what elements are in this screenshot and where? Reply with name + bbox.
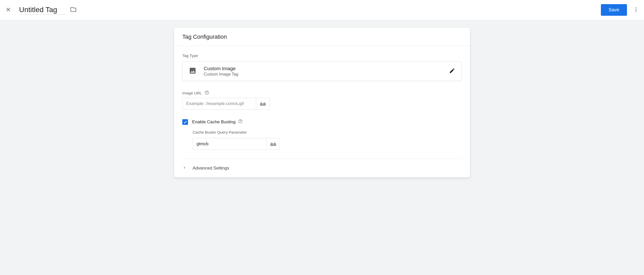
- image-url-label-row: Image URL: [182, 90, 462, 96]
- svg-point-0: [635, 7, 637, 8]
- card-title: Tag Configuration: [174, 28, 470, 46]
- svg-point-1: [635, 9, 637, 10]
- cache-busting-label: Enable Cache Busting: [192, 119, 235, 125]
- svg-rect-13: [271, 142, 272, 143]
- cache-param-input-row: [193, 138, 462, 150]
- svg-rect-16: [273, 144, 273, 144]
- svg-point-4: [207, 93, 207, 94]
- image-url-input[interactable]: [182, 98, 256, 110]
- tag-type-name: Custom Image: [204, 66, 238, 71]
- svg-rect-7: [264, 102, 265, 103]
- title-wrap: [19, 5, 76, 15]
- close-icon[interactable]: [5, 6, 11, 14]
- cache-busting-checkbox[interactable]: [182, 119, 188, 125]
- cache-param-block: Cache Buster Query Parameter: [193, 130, 462, 150]
- tag-type-selector[interactable]: Custom Image Custom Image Tag: [182, 61, 462, 81]
- more-menu-icon[interactable]: [633, 7, 639, 13]
- image-url-input-row: [182, 98, 462, 110]
- advanced-settings-toggle[interactable]: Advanced Settings: [174, 159, 470, 177]
- help-icon[interactable]: [205, 90, 209, 96]
- svg-point-2: [635, 11, 637, 12]
- cache-busting-label-row: Enable Cache Busting: [192, 119, 243, 125]
- folder-icon[interactable]: [70, 6, 76, 14]
- title-input[interactable]: [19, 5, 66, 15]
- variable-picker-button[interactable]: [256, 98, 270, 110]
- tag-type-label: Tag Type: [182, 53, 462, 58]
- svg-rect-6: [261, 102, 262, 103]
- card-body: Tag Type Custom Image Custom Image Tag I…: [174, 46, 470, 159]
- header-left: [5, 5, 76, 15]
- svg-point-11: [240, 122, 241, 122]
- cache-param-input[interactable]: [193, 138, 266, 150]
- variable-picker-button[interactable]: [266, 138, 280, 150]
- cache-busting-row: Enable Cache Busting: [182, 119, 462, 125]
- image-url-label: Image URL: [182, 91, 202, 95]
- image-icon: [189, 67, 197, 76]
- page-header: Save: [0, 0, 644, 20]
- cache-param-label: Cache Buster Query Parameter: [193, 130, 462, 134]
- help-icon[interactable]: [238, 119, 243, 125]
- image-url-block: Image URL: [182, 90, 462, 110]
- tag-type-sub: Custom Image Tag: [204, 72, 238, 77]
- advanced-settings-label: Advanced Settings: [193, 166, 229, 171]
- svg-rect-9: [263, 103, 263, 104]
- chevron-right-icon: [182, 166, 186, 171]
- tag-config-card: Tag Configuration Tag Type Custom Image …: [174, 28, 470, 177]
- svg-rect-14: [274, 142, 275, 143]
- save-button[interactable]: Save: [601, 4, 627, 16]
- edit-icon[interactable]: [449, 68, 455, 75]
- tag-type-text: Custom Image Custom Image Tag: [204, 66, 238, 77]
